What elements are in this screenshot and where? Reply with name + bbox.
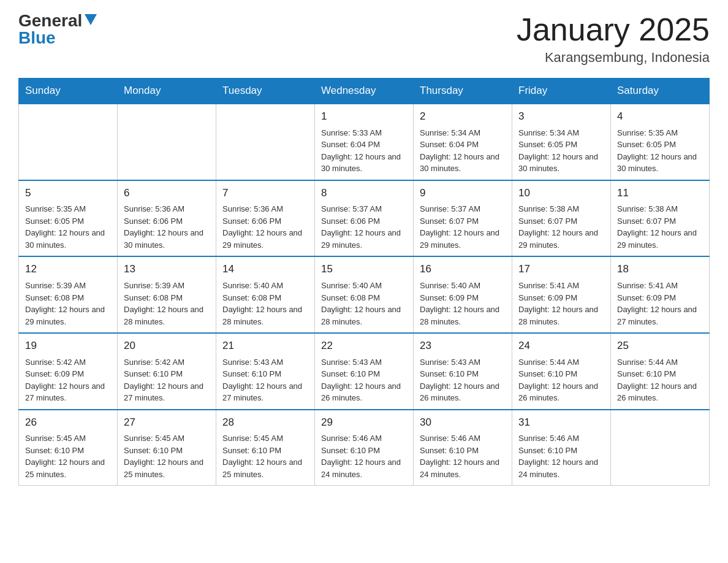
day-number: 18 bbox=[617, 262, 703, 277]
calendar-cell bbox=[118, 104, 216, 180]
calendar-cell: 7Sunrise: 5:36 AMSunset: 6:06 PMDaylight… bbox=[216, 180, 315, 257]
day-number: 27 bbox=[124, 415, 210, 431]
calendar-cell bbox=[611, 410, 710, 486]
day-info: Sunrise: 5:45 AMSunset: 6:10 PMDaylight:… bbox=[222, 432, 308, 480]
calendar-cell: 16Sunrise: 5:40 AMSunset: 6:09 PMDayligh… bbox=[414, 256, 512, 333]
day-info: Sunrise: 5:35 AMSunset: 6:05 PMDaylight:… bbox=[617, 127, 703, 175]
day-number: 10 bbox=[518, 186, 604, 201]
day-info: Sunrise: 5:39 AMSunset: 6:08 PMDaylight:… bbox=[124, 280, 210, 327]
calendar-subtitle: Karangsembung, Indonesia bbox=[517, 50, 710, 66]
weekday-header-thursday: Thursday bbox=[414, 79, 512, 104]
day-number: 4 bbox=[617, 109, 703, 124]
day-number: 26 bbox=[25, 415, 111, 431]
calendar-cell: 27Sunrise: 5:45 AMSunset: 6:10 PMDayligh… bbox=[118, 410, 216, 486]
day-info: Sunrise: 5:43 AMSunset: 6:10 PMDaylight:… bbox=[321, 356, 407, 404]
logo-triangle-icon bbox=[85, 14, 97, 25]
logo-general-text: General bbox=[18, 12, 82, 29]
calendar-cell: 17Sunrise: 5:41 AMSunset: 6:09 PMDayligh… bbox=[512, 256, 611, 333]
weekday-header-saturday: Saturday bbox=[611, 79, 710, 104]
day-info: Sunrise: 5:38 AMSunset: 6:07 PMDaylight:… bbox=[617, 203, 703, 251]
day-number: 29 bbox=[321, 415, 407, 431]
day-info: Sunrise: 5:39 AMSunset: 6:08 PMDaylight:… bbox=[25, 280, 111, 327]
calendar-cell: 30Sunrise: 5:46 AMSunset: 6:10 PMDayligh… bbox=[414, 410, 512, 486]
week-row-3: 12Sunrise: 5:39 AMSunset: 6:08 PMDayligh… bbox=[19, 256, 710, 333]
calendar-cell: 29Sunrise: 5:46 AMSunset: 6:10 PMDayligh… bbox=[315, 410, 414, 486]
day-info: Sunrise: 5:41 AMSunset: 6:09 PMDaylight:… bbox=[617, 280, 703, 327]
day-number: 20 bbox=[124, 339, 210, 354]
calendar-cell bbox=[216, 104, 315, 180]
day-info: Sunrise: 5:34 AMSunset: 6:04 PMDaylight:… bbox=[420, 127, 506, 175]
day-info: Sunrise: 5:35 AMSunset: 6:05 PMDaylight:… bbox=[25, 203, 111, 251]
calendar-cell: 20Sunrise: 5:42 AMSunset: 6:10 PMDayligh… bbox=[118, 333, 216, 410]
logo-blue-text: Blue bbox=[18, 29, 56, 47]
day-info: Sunrise: 5:33 AMSunset: 6:04 PMDaylight:… bbox=[321, 127, 407, 175]
calendar-cell: 1Sunrise: 5:33 AMSunset: 6:04 PMDaylight… bbox=[315, 104, 414, 180]
day-info: Sunrise: 5:40 AMSunset: 6:08 PMDaylight:… bbox=[222, 280, 308, 327]
week-row-2: 5Sunrise: 5:35 AMSunset: 6:05 PMDaylight… bbox=[19, 180, 710, 257]
calendar-cell: 6Sunrise: 5:36 AMSunset: 6:06 PMDaylight… bbox=[118, 180, 216, 257]
day-info: Sunrise: 5:37 AMSunset: 6:06 PMDaylight:… bbox=[321, 203, 407, 251]
day-info: Sunrise: 5:40 AMSunset: 6:08 PMDaylight:… bbox=[321, 280, 407, 327]
day-number: 1 bbox=[321, 109, 407, 124]
weekday-header-row: SundayMondayTuesdayWednesdayThursdayFrid… bbox=[19, 79, 710, 104]
day-number: 22 bbox=[321, 339, 407, 354]
day-number: 13 bbox=[124, 262, 210, 277]
day-number: 3 bbox=[518, 109, 604, 124]
weekday-header-wednesday: Wednesday bbox=[315, 79, 414, 104]
calendar-cell: 25Sunrise: 5:44 AMSunset: 6:10 PMDayligh… bbox=[611, 333, 710, 410]
weekday-header-monday: Monday bbox=[118, 79, 216, 104]
day-number: 19 bbox=[25, 339, 111, 354]
day-info: Sunrise: 5:40 AMSunset: 6:09 PMDaylight:… bbox=[420, 280, 506, 327]
calendar-cell: 4Sunrise: 5:35 AMSunset: 6:05 PMDaylight… bbox=[611, 104, 710, 180]
calendar-table: SundayMondayTuesdayWednesdayThursdayFrid… bbox=[18, 78, 710, 486]
day-number: 8 bbox=[321, 186, 407, 201]
calendar-cell: 19Sunrise: 5:42 AMSunset: 6:09 PMDayligh… bbox=[19, 333, 118, 410]
calendar-cell: 23Sunrise: 5:43 AMSunset: 6:10 PMDayligh… bbox=[414, 333, 512, 410]
day-number: 28 bbox=[222, 415, 308, 431]
day-number: 24 bbox=[518, 339, 604, 354]
calendar-cell: 31Sunrise: 5:46 AMSunset: 6:10 PMDayligh… bbox=[512, 410, 611, 486]
day-number: 6 bbox=[124, 186, 210, 201]
calendar-cell: 14Sunrise: 5:40 AMSunset: 6:08 PMDayligh… bbox=[216, 256, 315, 333]
day-number: 21 bbox=[222, 339, 308, 354]
day-number: 16 bbox=[420, 262, 506, 277]
day-info: Sunrise: 5:36 AMSunset: 6:06 PMDaylight:… bbox=[124, 203, 210, 251]
day-number: 11 bbox=[617, 186, 703, 201]
calendar-cell: 15Sunrise: 5:40 AMSunset: 6:08 PMDayligh… bbox=[315, 256, 414, 333]
weekday-header-tuesday: Tuesday bbox=[216, 79, 315, 104]
calendar-cell: 2Sunrise: 5:34 AMSunset: 6:04 PMDaylight… bbox=[414, 104, 512, 180]
day-info: Sunrise: 5:34 AMSunset: 6:05 PMDaylight:… bbox=[518, 127, 604, 175]
calendar-cell: 26Sunrise: 5:45 AMSunset: 6:10 PMDayligh… bbox=[19, 410, 118, 486]
calendar-cell: 13Sunrise: 5:39 AMSunset: 6:08 PMDayligh… bbox=[118, 256, 216, 333]
day-number: 2 bbox=[420, 109, 506, 124]
day-info: Sunrise: 5:46 AMSunset: 6:10 PMDaylight:… bbox=[420, 432, 506, 480]
day-info: Sunrise: 5:43 AMSunset: 6:10 PMDaylight:… bbox=[420, 356, 506, 404]
logo: General Blue bbox=[18, 12, 97, 47]
calendar-cell: 10Sunrise: 5:38 AMSunset: 6:07 PMDayligh… bbox=[512, 180, 611, 257]
week-row-4: 19Sunrise: 5:42 AMSunset: 6:09 PMDayligh… bbox=[19, 333, 710, 410]
day-info: Sunrise: 5:44 AMSunset: 6:10 PMDaylight:… bbox=[518, 356, 604, 404]
week-row-1: 1Sunrise: 5:33 AMSunset: 6:04 PMDaylight… bbox=[19, 104, 710, 180]
calendar-cell bbox=[19, 104, 118, 180]
calendar-cell: 12Sunrise: 5:39 AMSunset: 6:08 PMDayligh… bbox=[19, 256, 118, 333]
calendar-title: January 2025 bbox=[517, 12, 710, 47]
day-number: 17 bbox=[518, 262, 604, 277]
day-info: Sunrise: 5:44 AMSunset: 6:10 PMDaylight:… bbox=[617, 356, 703, 404]
day-info: Sunrise: 5:46 AMSunset: 6:10 PMDaylight:… bbox=[518, 432, 604, 480]
calendar-cell: 24Sunrise: 5:44 AMSunset: 6:10 PMDayligh… bbox=[512, 333, 611, 410]
calendar-cell: 21Sunrise: 5:43 AMSunset: 6:10 PMDayligh… bbox=[216, 333, 315, 410]
day-number: 7 bbox=[222, 186, 308, 201]
calendar-cell: 3Sunrise: 5:34 AMSunset: 6:05 PMDaylight… bbox=[512, 104, 611, 180]
day-number: 25 bbox=[617, 339, 703, 354]
day-info: Sunrise: 5:37 AMSunset: 6:07 PMDaylight:… bbox=[420, 203, 506, 251]
calendar-cell: 8Sunrise: 5:37 AMSunset: 6:06 PMDaylight… bbox=[315, 180, 414, 257]
page-header: General Blue January 2025 Karangsembung,… bbox=[18, 12, 710, 66]
day-info: Sunrise: 5:36 AMSunset: 6:06 PMDaylight:… bbox=[222, 203, 308, 251]
day-info: Sunrise: 5:38 AMSunset: 6:07 PMDaylight:… bbox=[518, 203, 604, 251]
weekday-header-sunday: Sunday bbox=[19, 79, 118, 104]
day-info: Sunrise: 5:41 AMSunset: 6:09 PMDaylight:… bbox=[518, 280, 604, 327]
day-info: Sunrise: 5:43 AMSunset: 6:10 PMDaylight:… bbox=[222, 356, 308, 404]
day-number: 9 bbox=[420, 186, 506, 201]
day-number: 5 bbox=[25, 186, 111, 201]
calendar-cell: 28Sunrise: 5:45 AMSunset: 6:10 PMDayligh… bbox=[216, 410, 315, 486]
